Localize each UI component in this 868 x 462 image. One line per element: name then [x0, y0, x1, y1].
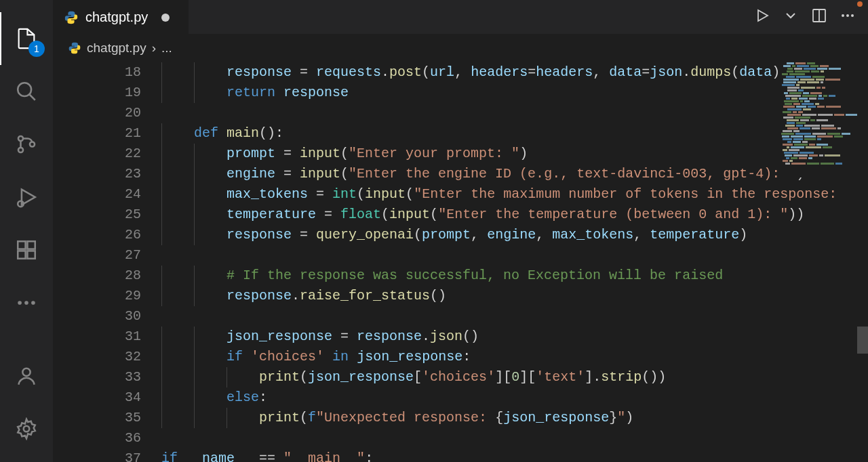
- code-line[interactable]: [161, 306, 868, 327]
- svg-rect-7: [18, 241, 25, 249]
- code-line[interactable]: response = requests.post(url, headers=he…: [161, 62, 868, 83]
- code-line[interactable]: [161, 103, 868, 123]
- svg-point-3: [18, 148, 23, 152]
- code-line[interactable]: print(f"Unexpected response: {json_respo…: [161, 408, 868, 428]
- unsaved-dot-icon: [161, 14, 170, 22]
- svg-marker-16: [758, 10, 768, 21]
- python-file-icon: [64, 10, 79, 25]
- svg-point-2: [18, 136, 23, 141]
- breadcrumb[interactable]: chatgpt.py › ...: [53, 34, 868, 62]
- svg-rect-8: [27, 241, 35, 249]
- code-line[interactable]: if __name__ == "__main__":: [161, 448, 868, 462]
- code-line[interactable]: response.raise_for_status(): [161, 286, 868, 306]
- svg-point-21: [851, 14, 854, 17]
- svg-rect-10: [27, 251, 35, 258]
- settings-gear-icon[interactable]: [0, 402, 53, 455]
- svg-point-12: [24, 301, 28, 305]
- main-area: chatgpt.py chatgpt.py › ... 181920212223…: [53, 0, 868, 462]
- code-line[interactable]: [161, 428, 868, 448]
- code-line[interactable]: response = query_openai(prompt, engine, …: [161, 225, 868, 245]
- explorer-icon[interactable]: 1: [0, 12, 53, 65]
- svg-point-20: [846, 14, 849, 17]
- svg-point-13: [31, 301, 35, 305]
- code-line[interactable]: print(json_response['choices'][0]['text'…: [161, 367, 868, 387]
- code-line[interactable]: prompt = input("Enter your prompt: "): [161, 144, 868, 164]
- more-actions-icon[interactable]: [840, 7, 856, 27]
- overflow-icon[interactable]: [0, 276, 53, 329]
- run-icon[interactable]: [754, 7, 770, 27]
- python-file-icon: [68, 41, 81, 55]
- code-line[interactable]: def main():: [161, 123, 868, 144]
- search-icon[interactable]: [0, 65, 53, 118]
- code-line[interactable]: else:: [161, 387, 868, 408]
- account-icon[interactable]: [0, 350, 53, 402]
- scrollbar[interactable]: [857, 62, 868, 462]
- run-dropdown-icon[interactable]: [783, 7, 799, 27]
- code-line[interactable]: engine = input("Enter the engine ID (e.g…: [161, 164, 868, 184]
- svg-point-14: [22, 369, 30, 376]
- svg-rect-9: [18, 251, 25, 258]
- source-control-icon[interactable]: [0, 118, 53, 171]
- code-line[interactable]: json_response = response.json(): [161, 327, 868, 347]
- svg-point-15: [24, 426, 30, 432]
- svg-point-0: [18, 83, 31, 96]
- code-area[interactable]: response = requests.post(url, headers=he…: [161, 62, 868, 462]
- debug-icon[interactable]: [0, 171, 53, 224]
- editor-actions: [754, 0, 868, 34]
- minimap[interactable]: [781, 62, 863, 177]
- breadcrumb-filename: chatgpt.py: [87, 41, 146, 56]
- breadcrumb-sep: ›: [152, 41, 156, 56]
- code-line[interactable]: return response: [161, 83, 868, 103]
- activity-bar: 1: [0, 0, 53, 462]
- notification-dot-icon: [857, 1, 863, 7]
- scroll-thumb[interactable]: [857, 327, 868, 354]
- line-gutter: 1819202122232425262728293031323334353637: [53, 62, 161, 462]
- tab-filename: chatgpt.py: [85, 9, 148, 25]
- code-line[interactable]: temperature = float(input("Enter the tem…: [161, 205, 868, 225]
- code-line[interactable]: [161, 245, 868, 266]
- breadcrumb-tail: ...: [161, 41, 172, 56]
- svg-point-19: [842, 14, 844, 17]
- svg-line-1: [29, 94, 35, 100]
- tab-chatgpt-py[interactable]: chatgpt.py: [53, 0, 189, 34]
- split-editor-icon[interactable]: [811, 7, 827, 27]
- explorer-badge: 1: [28, 41, 45, 57]
- svg-point-4: [30, 142, 35, 146]
- code-line[interactable]: if 'choices' in json_response:: [161, 347, 868, 367]
- code-line[interactable]: max_tokens = int(input("Enter the maximu…: [161, 184, 868, 205]
- code-line[interactable]: # If the response was successful, no Exc…: [161, 266, 868, 286]
- svg-point-11: [18, 301, 22, 305]
- tab-bar: chatgpt.py: [53, 0, 868, 34]
- editor[interactable]: 1819202122232425262728293031323334353637…: [53, 62, 868, 462]
- extensions-icon[interactable]: [0, 224, 53, 276]
